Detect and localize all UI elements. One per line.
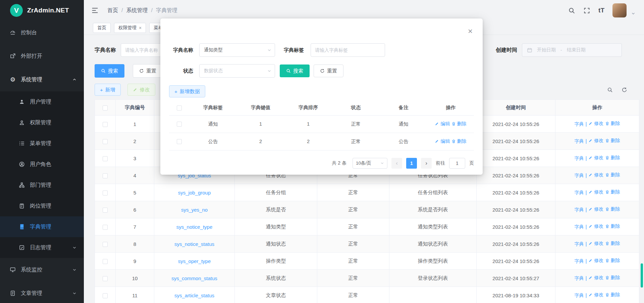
dict-label-input[interactable]: [311, 43, 385, 57]
breadcrumb-item-home[interactable]: 首页: [107, 7, 118, 14]
dict-data-link[interactable]: 字典: [574, 173, 584, 179]
sidebar-item-dictionary[interactable]: 字典管理: [0, 216, 84, 237]
tab-close-icon[interactable]: ×: [139, 26, 142, 30]
font-size-icon[interactable]: tT: [598, 7, 604, 14]
row-edit-link[interactable]: 修改: [588, 206, 603, 212]
sidebar-item-posts[interactable]: 岗位管理: [0, 196, 84, 216]
sidebar-item-articles[interactable]: 文章管理: [0, 282, 84, 303]
dict-data-link[interactable]: 字典: [574, 293, 584, 299]
table-search-toggle-icon[interactable]: [607, 87, 613, 93]
reset-button[interactable]: 重置: [133, 64, 163, 78]
cell-dict-type-link[interactable]: sys_common_status: [154, 270, 235, 287]
breadcrumb-item-system[interactable]: 系统管理: [126, 7, 148, 14]
row-edit-link[interactable]: 修改: [588, 189, 603, 195]
page-size-select[interactable]: 10条/页: [353, 158, 387, 169]
cell-dict-type-link[interactable]: sys_oper_type: [154, 253, 235, 270]
scrollbar-thumb[interactable]: [641, 263, 643, 288]
row-edit-link[interactable]: 修改: [588, 292, 603, 298]
dict-data-link[interactable]: 字典: [574, 138, 584, 144]
row-checkbox[interactable]: [177, 139, 182, 144]
modal-search-button[interactable]: 搜索: [280, 64, 310, 77]
dict-data-link[interactable]: 字典: [574, 224, 584, 230]
row-edit-link[interactable]: 修改: [588, 258, 603, 264]
edit-button[interactable]: 修改: [127, 84, 155, 96]
row-delete-link[interactable]: 删除: [605, 155, 620, 161]
row-checkbox[interactable]: [103, 259, 108, 264]
table-refresh-icon[interactable]: [622, 87, 627, 93]
row-delete-link[interactable]: 删除: [605, 121, 620, 127]
row-delete-link[interactable]: 删除: [605, 275, 620, 281]
row-edit-link[interactable]: 修改: [588, 275, 603, 281]
app-logo[interactable]: V ZrAdmin.NET: [0, 0, 84, 21]
sidebar-item-monitor[interactable]: 系统监控: [0, 258, 84, 282]
fullscreen-icon[interactable]: [583, 7, 590, 14]
row-checkbox[interactable]: [103, 225, 108, 230]
row-edit-link[interactable]: 修改: [588, 241, 603, 247]
row-checkbox[interactable]: [103, 156, 108, 161]
row-checkbox[interactable]: [177, 122, 182, 127]
row-delete-link[interactable]: 删除: [605, 292, 620, 298]
row-checkbox[interactable]: [103, 208, 108, 213]
dict-data-link[interactable]: 字典: [574, 190, 584, 196]
row-edit-link[interactable]: 修改: [588, 155, 603, 161]
add-button[interactable]: + 新增: [95, 84, 121, 96]
sidebar-item-logs[interactable]: 日志管理: [0, 237, 84, 258]
user-avatar[interactable]: [612, 3, 627, 17]
cell-dict-type-link[interactable]: sys_notice_status: [154, 235, 235, 253]
row-edit-link[interactable]: 修改: [588, 138, 603, 144]
search-button[interactable]: 搜索: [95, 64, 124, 78]
row-checkbox[interactable]: [103, 276, 108, 281]
row-checkbox[interactable]: [103, 122, 108, 127]
cell-dict-type-link[interactable]: sys_notice_type: [154, 218, 235, 235]
search-icon[interactable]: [568, 7, 575, 14]
sidebar-item-dashboard[interactable]: 控制台: [0, 21, 84, 44]
row-delete-link[interactable]: 删除: [451, 121, 467, 127]
data-status-select[interactable]: 数据状态: [199, 64, 275, 78]
sidebar-item-external[interactable]: 外部打开: [0, 44, 84, 68]
dict-data-link[interactable]: 字典: [574, 121, 584, 127]
row-delete-link[interactable]: 删除: [605, 138, 620, 144]
row-edit-link[interactable]: 修改: [588, 121, 603, 127]
tab-home[interactable]: 首页: [93, 23, 111, 33]
select-all-checkbox[interactable]: [103, 105, 108, 111]
row-delete-link[interactable]: 删除: [605, 189, 620, 195]
row-edit-link[interactable]: 编辑: [435, 138, 450, 144]
sidebar-item-menus[interactable]: 菜单管理: [0, 133, 84, 154]
row-delete-link[interactable]: 删除: [605, 223, 620, 229]
prev-page-button[interactable]: ‹: [391, 158, 402, 169]
sidebar-item-system[interactable]: ⚙ 系统管理: [0, 68, 84, 91]
row-delete-link[interactable]: 删除: [605, 258, 620, 264]
next-page-button[interactable]: ›: [421, 158, 432, 169]
menu-fold-icon[interactable]: [91, 7, 99, 14]
goto-page-input[interactable]: [449, 158, 465, 169]
row-checkbox[interactable]: [103, 242, 108, 247]
dict-data-link[interactable]: 字典: [574, 241, 584, 247]
row-checkbox[interactable]: [103, 173, 108, 178]
dict-data-link[interactable]: 字典: [574, 258, 584, 264]
row-checkbox[interactable]: [103, 293, 108, 298]
create-time-range-picker[interactable]: 开始日期 - 结束日期: [522, 43, 622, 57]
sidebar-item-users[interactable]: 用户管理: [0, 91, 84, 112]
row-checkbox[interactable]: [103, 139, 108, 144]
tab-permissions[interactable]: 权限管理 ×: [114, 23, 146, 33]
dict-data-link[interactable]: 字典: [574, 275, 584, 282]
select-all-checkbox[interactable]: [177, 105, 182, 111]
row-edit-link[interactable]: 编辑: [435, 121, 450, 127]
cell-dict-type-link[interactable]: sys_article_status: [154, 287, 235, 303]
sidebar-item-roles[interactable]: 用户角色: [0, 154, 84, 175]
cell-dict-type-link[interactable]: sys_job_group: [154, 184, 235, 201]
row-delete-link[interactable]: 删除: [451, 138, 467, 144]
row-checkbox[interactable]: [103, 190, 108, 196]
dict-data-link[interactable]: 字典: [574, 207, 584, 213]
row-edit-link[interactable]: 修改: [588, 172, 603, 178]
sidebar-item-departments[interactable]: 部门管理: [0, 175, 84, 196]
dict-data-link[interactable]: 字典: [574, 156, 584, 162]
modal-reset-button[interactable]: 重置: [314, 64, 343, 77]
dict-type-select[interactable]: 通知类型: [199, 43, 275, 57]
row-delete-link[interactable]: 删除: [605, 206, 620, 212]
caret-down-icon[interactable]: [631, 11, 635, 15]
page-1-button[interactable]: 1: [406, 158, 417, 169]
add-dict-data-button[interactable]: + 新增数据: [169, 85, 205, 97]
row-delete-link[interactable]: 删除: [605, 241, 620, 247]
row-delete-link[interactable]: 删除: [605, 172, 620, 178]
